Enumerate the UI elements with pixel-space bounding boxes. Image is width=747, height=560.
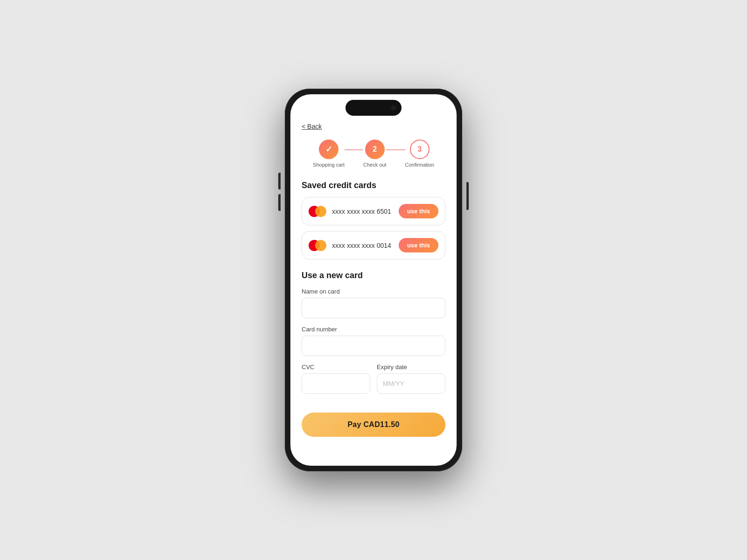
mc-circle-yellow-2 <box>315 240 326 251</box>
name-on-card-label: Name on card <box>302 288 445 295</box>
card-number-label: Card number <box>302 326 445 333</box>
screen-content: < Back ✓ Shopping cart 2 Check out <box>290 94 457 466</box>
step-label-1: Shopping cart <box>313 162 345 168</box>
volume-up-button <box>278 173 281 189</box>
mastercard-icon-1 <box>309 206 326 217</box>
saved-cards-title: Saved credit cards <box>302 181 445 190</box>
use-this-button-2[interactable]: use this <box>399 238 438 252</box>
new-card-title: Use a new card <box>302 271 445 280</box>
card-left-2: xxxx xxxx xxxx 0014 <box>309 240 391 251</box>
back-link[interactable]: < Back <box>302 123 322 130</box>
volume-down-button <box>278 194 281 211</box>
step-label-3: Confirmation <box>405 162 434 168</box>
step-circle-3: 3 <box>410 140 430 159</box>
name-on-card-input[interactable] <box>302 298 445 318</box>
dynamic-island <box>345 100 402 116</box>
step-confirmation: 3 Confirmation <box>405 140 434 168</box>
mc-circle-yellow-1 <box>315 206 326 217</box>
step-connector-1 <box>345 149 363 150</box>
expiry-input[interactable] <box>377 373 445 394</box>
card-number-1: xxxx xxxx xxxx 6501 <box>332 208 391 215</box>
step-circle-1: ✓ <box>319 140 338 159</box>
cvc-label: CVC <box>302 364 370 371</box>
stepper: ✓ Shopping cart 2 Check out 3 Con <box>302 140 445 168</box>
expiry-group: Expiry date <box>377 364 445 394</box>
saved-card-2: xxxx xxxx xxxx 0014 use this <box>302 231 445 259</box>
phone-frame: < Back ✓ Shopping cart 2 Check out <box>285 89 462 471</box>
cvc-group: CVC <box>302 364 370 394</box>
step-circle-2: 2 <box>365 140 385 159</box>
use-this-button-1[interactable]: use this <box>399 204 438 218</box>
power-button <box>466 182 469 210</box>
step-connector-2 <box>387 149 405 150</box>
card-left-1: xxxx xxxx xxxx 6501 <box>309 206 391 217</box>
camera-dot <box>391 105 396 110</box>
card-number-2: xxxx xxxx xxxx 0014 <box>332 242 391 249</box>
step-label-2: Check out <box>363 162 387 168</box>
step-shopping-cart: ✓ Shopping cart <box>313 140 345 168</box>
checkmark-icon: ✓ <box>325 144 332 154</box>
cvc-expiry-row: CVC Expiry date <box>302 364 445 394</box>
saved-card-1: xxxx xxxx xxxx 6501 use this <box>302 197 445 225</box>
card-number-input[interactable] <box>302 336 445 356</box>
mastercard-icon-2 <box>309 240 326 251</box>
step-check-out: 2 Check out <box>363 140 387 168</box>
cvc-input[interactable] <box>302 373 370 394</box>
expiry-label: Expiry date <box>377 364 445 371</box>
step-number-2: 2 <box>373 145 377 154</box>
phone-screen: < Back ✓ Shopping cart 2 Check out <box>290 94 457 466</box>
step-number-3: 3 <box>417 145 422 154</box>
pay-button[interactable]: Pay CAD11.50 <box>302 413 445 437</box>
